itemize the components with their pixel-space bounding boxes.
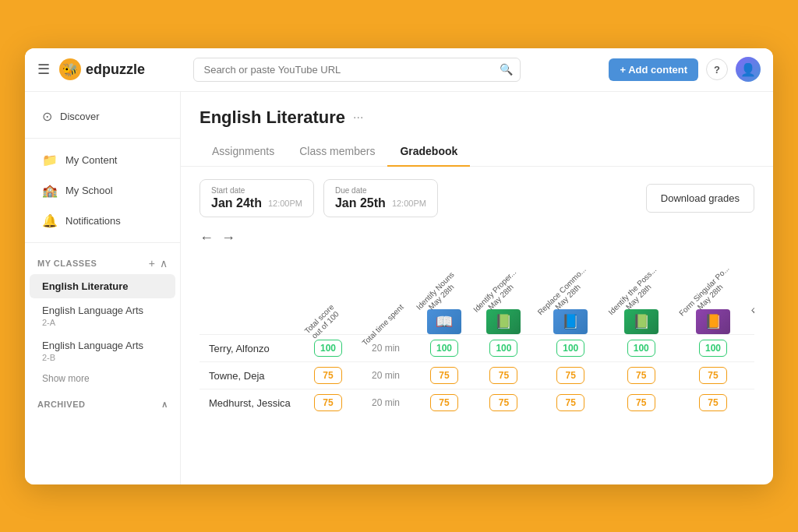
- student-score-4: 100: [606, 335, 676, 362]
- table-header-row: Total scoreout of 100 Total time spent: [200, 249, 754, 335]
- more-options-icon[interactable]: ···: [353, 111, 363, 125]
- sidebar-divider-1: [25, 138, 180, 139]
- sidebar-item-my-content[interactable]: 📁 My Content: [30, 145, 175, 175]
- col-assign-6: Form Plural Pos...May 28th 📘: [750, 249, 754, 335]
- student-time: 20 min: [355, 389, 416, 417]
- class-sub: 2-B: [42, 353, 163, 362]
- col-assign-6-label: Form Plural Pos...May 28th: [750, 266, 754, 322]
- folder-icon: 📁: [42, 153, 58, 167]
- student-score-4: 75: [606, 389, 676, 417]
- download-grades-button[interactable]: Download grades: [646, 184, 754, 213]
- student-total-score: 75: [301, 389, 355, 417]
- class-item-ela-2a[interactable]: English Language Arts 2-A: [30, 298, 175, 333]
- student-score-6: 75: [750, 389, 754, 417]
- sidebar-divider-2: [25, 242, 180, 243]
- assign-2-thumb: 📗: [486, 309, 521, 334]
- student-name: Terry, Alfonzo: [200, 335, 301, 362]
- start-date-label: Start date: [211, 186, 302, 195]
- student-score-5: 75: [676, 362, 750, 389]
- classes-section-label: MY CLASSES: [37, 259, 97, 268]
- classes-section: MY CLASSES + ∧ English Literature Englis…: [25, 249, 180, 392]
- search-input[interactable]: [193, 58, 521, 82]
- col-assign-1: Identify NounsMay 28th 📖: [416, 249, 472, 335]
- page-title: English Literature: [200, 107, 345, 128]
- class-name: English Literature: [42, 280, 163, 292]
- nav-right: + Add content ? 👤: [609, 57, 761, 82]
- due-date-value: Jan 25th 12:00PM: [335, 196, 426, 210]
- student-name: Medhurst, Jessica: [200, 389, 301, 417]
- col-total-score: Total scoreout of 100: [301, 249, 355, 335]
- col-assign-2: Identify Proper...May 28th 📗: [472, 249, 535, 335]
- student-score-5: 100: [676, 335, 750, 362]
- due-date-picker[interactable]: Due date Jan 25th 12:00PM: [323, 179, 438, 217]
- student-score-2: 75: [472, 362, 535, 389]
- class-name: English Language Arts: [42, 340, 163, 351]
- table-row: Terry, Alfonzo 100 20 min 100 100 100 10…: [200, 335, 754, 362]
- content-header: English Literature ··· Assignments Class…: [181, 92, 773, 167]
- collapse-classes-button[interactable]: ∧: [160, 257, 168, 270]
- school-icon: 🏫: [42, 183, 58, 198]
- sidebar-item-discover[interactable]: ⊙ Discover: [30, 101, 175, 132]
- tabs: Assignments Class members Gradebook: [200, 137, 754, 166]
- main-body: ⊙ Discover 📁 My Content 🏫 My School 🔔 No…: [25, 92, 773, 484]
- col-assign-4: Identify the Poss...May 28th 📗: [606, 249, 676, 335]
- gradebook-table-wrapper: Total scoreout of 100 Total time spent: [200, 249, 754, 472]
- top-nav: ☰ 🐝 edpuzzle 🔍 + Add content ? 👤: [25, 48, 773, 92]
- student-score-3: 75: [535, 389, 606, 417]
- next-arrow-button[interactable]: →: [221, 230, 235, 246]
- page-title-row: English Literature ···: [200, 107, 754, 128]
- sidebar: ⊙ Discover 📁 My Content 🏫 My School 🔔 No…: [25, 92, 181, 484]
- add-class-button[interactable]: +: [149, 257, 155, 270]
- student-score-3: 75: [535, 362, 606, 389]
- class-item-english-literature[interactable]: English Literature: [30, 274, 175, 298]
- content-area: English Literature ··· Assignments Class…: [181, 92, 773, 484]
- archived-header[interactable]: ARCHIVED ∧: [25, 395, 180, 414]
- sidebar-my-school-label: My School: [65, 185, 113, 196]
- tab-gradebook[interactable]: Gradebook: [387, 137, 470, 167]
- student-score-1: 100: [416, 335, 472, 362]
- assign-3-thumb: 📘: [553, 309, 588, 334]
- logo-text: edpuzzle: [86, 62, 145, 78]
- col-time-spent: Total time spent: [355, 249, 416, 335]
- class-sub: 2-A: [42, 318, 163, 327]
- due-date-label: Due date: [335, 186, 426, 195]
- search-icon: 🔍: [500, 63, 513, 76]
- score-badge: 75: [314, 394, 342, 411]
- assign-5-thumb: 📙: [696, 309, 730, 334]
- student-score-3: 100: [535, 335, 606, 362]
- help-button[interactable]: ?: [706, 58, 728, 80]
- class-name: English Language Arts: [42, 305, 163, 316]
- classes-header-actions: + ∧: [149, 257, 168, 270]
- student-score-1: 75: [416, 362, 472, 389]
- student-name: Towne, Deja: [200, 362, 301, 389]
- avatar[interactable]: 👤: [736, 57, 761, 82]
- col-student-name: [200, 249, 301, 335]
- filter-row: Start date Jan 24th 12:00PM Due date Jan…: [200, 179, 754, 217]
- bell-icon: 🔔: [42, 213, 58, 228]
- assign-1-thumb: 📖: [427, 309, 461, 334]
- student-total-score: 75: [301, 362, 355, 389]
- logo-area: 🐝 edpuzzle: [59, 58, 145, 80]
- tab-assignments[interactable]: Assignments: [200, 137, 287, 167]
- archived-section: ARCHIVED ∧: [25, 392, 180, 417]
- gradebook-tbody: Terry, Alfonzo 100 20 min 100 100 100 10…: [200, 335, 754, 417]
- start-date-picker[interactable]: Start date Jan 24th 12:00PM: [200, 179, 314, 217]
- show-more-button[interactable]: Show more: [30, 368, 175, 389]
- tab-class-members[interactable]: Class members: [287, 137, 387, 167]
- hamburger-icon[interactable]: ☰: [37, 61, 50, 78]
- assign-4-thumb: 📗: [624, 309, 659, 334]
- class-item-ela-2b[interactable]: English Language Arts 2-B: [30, 333, 175, 368]
- discover-icon: ⊙: [42, 109, 52, 124]
- sidebar-my-content-label: My Content: [65, 154, 117, 166]
- prev-arrow-button[interactable]: ←: [200, 230, 214, 246]
- sidebar-discover-label: Discover: [60, 111, 100, 122]
- sidebar-item-my-school[interactable]: 🏫 My School: [30, 175, 175, 206]
- student-score-2: 100: [472, 335, 535, 362]
- student-score-4: 75: [606, 362, 676, 389]
- sidebar-item-notifications[interactable]: 🔔 Notifications: [30, 206, 175, 236]
- score-badge: 75: [314, 367, 342, 384]
- add-content-button[interactable]: + Add content: [609, 58, 698, 81]
- student-time: 20 min: [355, 362, 416, 389]
- student-score-5: 75: [676, 389, 750, 417]
- logo-bee-icon: 🐝: [59, 58, 81, 80]
